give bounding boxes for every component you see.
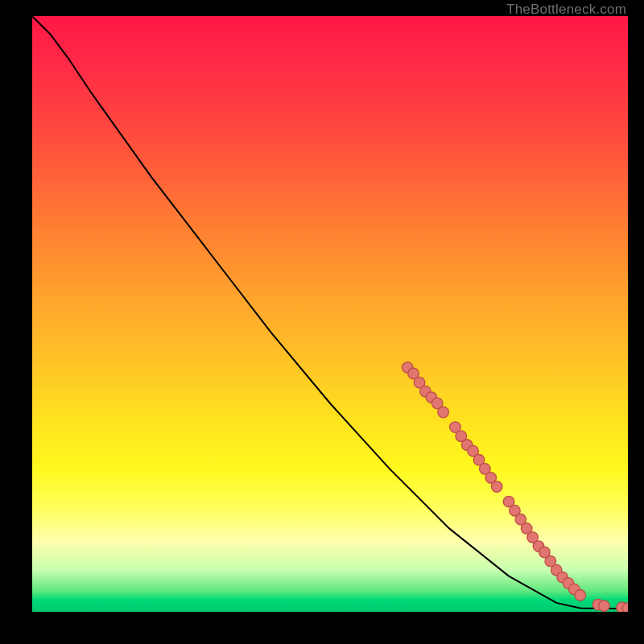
marker-group [402, 362, 628, 612]
plot-area [32, 16, 628, 612]
attribution-label: TheBottleneck.com [506, 2, 626, 18]
chart-frame: TheBottleneck.com [0, 0, 644, 644]
data-marker [491, 481, 502, 493]
data-marker [438, 407, 449, 418]
chart-overlay [32, 16, 628, 612]
data-marker [599, 601, 610, 612]
data-marker [575, 590, 586, 601]
bottleneck-curve [32, 16, 628, 609]
